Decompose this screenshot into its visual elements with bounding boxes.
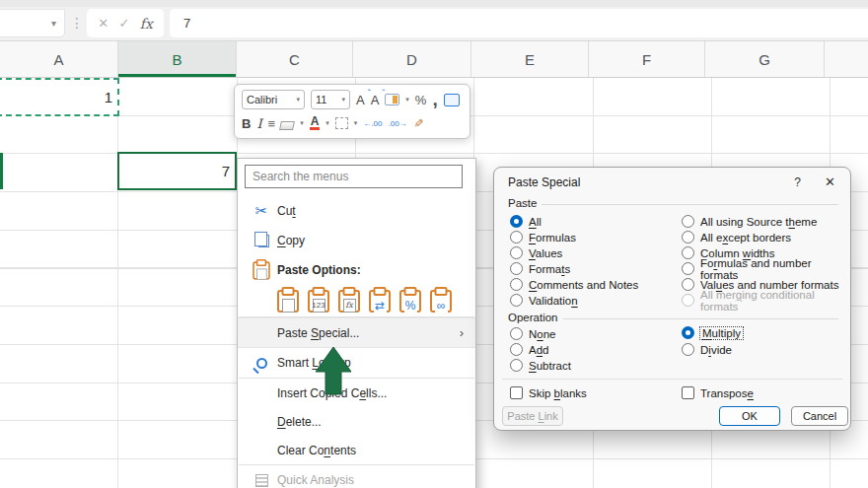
- enter-icon[interactable]: ✓: [118, 16, 129, 31]
- font-name-value: Calibri: [247, 94, 277, 105]
- increase-font-size-icon[interactable]: Aˆ: [356, 93, 365, 107]
- menu-item-insert-copied-cells[interactable]: Insert Copied Cells...: [238, 379, 475, 407]
- close-icon[interactable]: ✕: [825, 174, 835, 189]
- radio-paste-validation[interactable]: Validation: [510, 293, 578, 308]
- align-center-icon[interactable]: ≡: [268, 116, 275, 131]
- radio-formulas-number-formats[interactable]: Formulas and number formats: [682, 261, 850, 276]
- paste-transpose-icon[interactable]: ⇄: [369, 290, 391, 313]
- radio-indicator: [682, 215, 694, 228]
- column-header-f[interactable]: F: [589, 41, 705, 77]
- insert-function-icon[interactable]: fx: [140, 16, 153, 32]
- chevron-down-icon[interactable]: ▾: [354, 119, 358, 127]
- help-icon[interactable]: ?: [794, 175, 801, 189]
- merge-center-icon[interactable]: [444, 94, 460, 106]
- radio-operation-multiply[interactable]: Multiply: [682, 325, 743, 340]
- formula-bar: ▾ ⋮ ✕ ✓ fx 7: [0, 0, 868, 41]
- formula-value: 7: [183, 16, 190, 31]
- menu-item-label: Clear Contents: [277, 444, 356, 457]
- percent-style-icon[interactable]: %: [415, 93, 427, 107]
- paste-values-icon[interactable]: 123: [308, 290, 329, 313]
- italic-icon[interactable]: I: [256, 116, 261, 131]
- radio-indicator: [510, 343, 523, 356]
- radio-indicator: [510, 215, 523, 228]
- formula-input[interactable]: 7: [170, 9, 868, 37]
- paste-special-dialog: Paste Special ? ✕ Paste All Formulas Val…: [493, 167, 851, 431]
- radio-indicator: [682, 246, 694, 259]
- paste-link-icon[interactable]: ∞: [430, 290, 452, 313]
- comma-style-icon[interactable]: ,: [432, 95, 437, 105]
- radio-indicator: [510, 327, 523, 340]
- chevron-down-icon[interactable]: ▾: [326, 119, 329, 127]
- radio-indicator: [682, 294, 694, 307]
- mini-toolbar-row-2: B I ≡ ▾ A ▾ ▾ ←.00 .00→ ✎: [242, 112, 463, 134]
- checkbox-transpose[interactable]: Transpose: [682, 385, 754, 400]
- paste-formulas-icon[interactable]: fx: [338, 290, 360, 313]
- borders-icon[interactable]: [335, 117, 348, 129]
- decrease-decimal-icon[interactable]: .00→: [388, 119, 406, 128]
- formula-bar-drag-dots-icon[interactable]: ⋮: [70, 13, 84, 33]
- radio-indicator: [510, 294, 523, 307]
- checkbox-indicator: [682, 386, 694, 399]
- radio-operation-subtract[interactable]: Subtract: [510, 358, 571, 373]
- row-3-selection-edge: [0, 153, 3, 189]
- menu-item-copy[interactable]: Copy: [238, 226, 475, 255]
- column-header-c[interactable]: C: [237, 41, 353, 77]
- menu-item-cut[interactable]: ✂ Cut: [238, 196, 475, 226]
- paste-icon[interactable]: [277, 290, 299, 313]
- copied-cell-a1[interactable]: 1: [0, 78, 119, 116]
- font-size-select[interactable]: 11 ▾: [311, 90, 350, 109]
- radio-operation-divide[interactable]: Divide: [682, 342, 732, 357]
- menu-item-smart-lookup[interactable]: Smart Lookup: [238, 348, 475, 378]
- search-input[interactable]: [245, 165, 463, 188]
- column-header-e[interactable]: E: [471, 41, 589, 77]
- format-painter-icon[interactable]: ✎: [411, 118, 425, 128]
- menu-item-paste-special[interactable]: Paste Special... ›: [238, 317, 475, 348]
- radio-indicator: [682, 343, 694, 356]
- radio-paste-values[interactable]: Values: [510, 245, 562, 260]
- radio-operation-none[interactable]: None: [510, 326, 556, 341]
- group-divider: [563, 318, 838, 319]
- menu-item-label: Paste Special...: [277, 326, 359, 340]
- radio-operation-add[interactable]: Add: [510, 342, 548, 357]
- font-name-select[interactable]: Calibri ▾: [242, 90, 305, 109]
- column-header-a[interactable]: A: [0, 41, 118, 77]
- fill-color-icon[interactable]: [279, 121, 295, 130]
- column-header-g[interactable]: G: [705, 41, 825, 77]
- checkbox-skip-blanks[interactable]: Skip blanks: [510, 385, 587, 400]
- menu-item-clear-contents[interactable]: Clear Contents: [238, 436, 475, 464]
- increase-decimal-icon[interactable]: ←.00: [363, 119, 382, 128]
- radio-all-except-borders[interactable]: All except borders: [682, 230, 791, 244]
- formula-bar-buttons: ✕ ✓ fx: [87, 9, 164, 37]
- menu-item-delete[interactable]: Delete...: [238, 407, 475, 436]
- bold-icon[interactable]: B: [242, 116, 251, 131]
- font-color-icon[interactable]: A: [310, 116, 321, 130]
- selected-cell-b3[interactable]: 7: [117, 152, 237, 190]
- chevron-down-icon[interactable]: ▾: [300, 119, 304, 127]
- radio-indicator: [510, 262, 523, 275]
- radio-all-source-theme[interactable]: All using Source theme: [682, 214, 817, 229]
- cancel-icon[interactable]: ✕: [98, 16, 108, 31]
- radio-paste-formats[interactable]: Formats: [510, 261, 570, 276]
- clipboard-icon: [250, 259, 273, 282]
- submenu-arrow-icon: ›: [460, 325, 464, 340]
- cell-a1-value: 1: [105, 89, 112, 105]
- name-box[interactable]: ▾: [0, 9, 65, 37]
- copy-icon: [250, 235, 273, 247]
- name-box-chevron-icon[interactable]: ▾: [51, 18, 56, 29]
- column-header-partial[interactable]: [825, 41, 868, 77]
- paste-formatting-icon[interactable]: %: [399, 290, 421, 313]
- radio-paste-all[interactable]: All: [510, 214, 542, 229]
- cancel-button[interactable]: Cancel: [791, 406, 848, 426]
- radio-paste-comments-notes[interactable]: Comments and Notes: [510, 277, 638, 292]
- column-headers: A B C D E F G: [0, 41, 868, 78]
- column-header-d[interactable]: D: [353, 41, 471, 77]
- decrease-font-size-icon[interactable]: Aˇ: [371, 93, 380, 107]
- mini-toolbar-row-1: Calibri ▾ 11 ▾ Aˆ Aˇ ▾ % ,: [242, 89, 463, 110]
- paste-group-label: Paste: [508, 197, 537, 209]
- radio-paste-formulas[interactable]: Formulas: [510, 230, 576, 244]
- column-header-b-selected[interactable]: B: [118, 41, 237, 77]
- menu-item-quick-analysis[interactable]: Quick Analysis: [238, 465, 475, 488]
- chevron-down-icon[interactable]: ▾: [405, 96, 409, 104]
- format-table-icon[interactable]: [385, 94, 399, 105]
- ok-button[interactable]: OK: [719, 406, 780, 426]
